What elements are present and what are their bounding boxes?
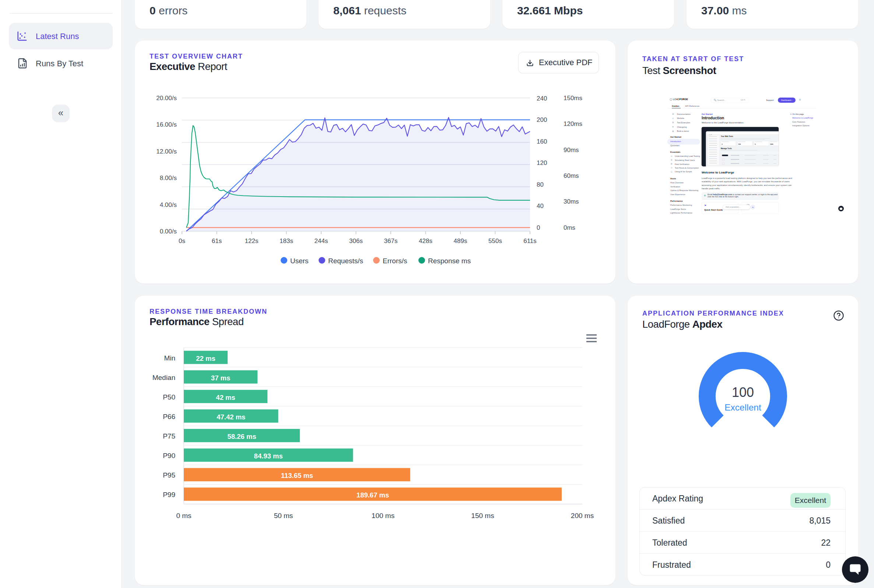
svg-text:Median: Median	[152, 374, 175, 381]
svg-text:200 ms: 200 ms	[571, 512, 594, 519]
svg-text:240: 240	[537, 95, 547, 102]
svg-text:244s: 244s	[315, 237, 328, 244]
svg-text:22 ms: 22 ms	[196, 355, 215, 362]
svg-text:Min: Min	[164, 354, 175, 362]
svg-text:120: 120	[537, 159, 547, 166]
svg-text:306s: 306s	[349, 237, 363, 244]
svg-text:Excellent: Excellent	[724, 402, 761, 412]
svg-text:150 ms: 150 ms	[471, 512, 494, 519]
svg-text:84.93 ms: 84.93 ms	[254, 452, 283, 460]
svg-text:367s: 367s	[384, 237, 398, 244]
svg-text:150ms: 150ms	[563, 94, 582, 102]
svg-text:90ms: 90ms	[563, 147, 579, 153]
svg-text:P66: P66	[163, 413, 175, 420]
svg-text:0: 0	[537, 224, 540, 231]
svg-text:0.00/s: 0.00/s	[160, 228, 177, 235]
svg-text:40: 40	[537, 202, 544, 210]
svg-text:P75: P75	[163, 432, 175, 440]
svg-text:P50: P50	[163, 393, 175, 401]
svg-text:58.26 ms: 58.26 ms	[228, 433, 256, 440]
svg-text:200: 200	[537, 116, 547, 123]
svg-text:189.67 ms: 189.67 ms	[356, 491, 389, 499]
svg-text:P99: P99	[163, 491, 175, 498]
svg-text:61s: 61s	[212, 237, 222, 244]
svg-text:47.42 ms: 47.42 ms	[216, 413, 245, 421]
svg-text:50 ms: 50 ms	[274, 512, 293, 519]
svg-text:Errors/s: Errors/s	[383, 257, 407, 265]
svg-text:428s: 428s	[419, 237, 432, 244]
svg-text:30ms: 30ms	[563, 198, 579, 205]
svg-text:60ms: 60ms	[563, 172, 579, 179]
svg-text:37 ms: 37 ms	[211, 374, 230, 382]
svg-text:8.00/s: 8.00/s	[160, 174, 177, 182]
svg-text:Users: Users	[290, 257, 309, 265]
svg-text:120ms: 120ms	[563, 120, 582, 128]
svg-text:489s: 489s	[454, 237, 467, 244]
svg-text:611s: 611s	[523, 237, 537, 244]
svg-text:42 ms: 42 ms	[216, 394, 235, 401]
svg-text:122s: 122s	[245, 237, 258, 244]
svg-text:16.00/s: 16.00/s	[156, 121, 177, 128]
svg-text:550s: 550s	[488, 237, 502, 244]
svg-text:0 ms: 0 ms	[176, 512, 191, 519]
svg-text:P95: P95	[163, 471, 175, 479]
svg-text:80: 80	[537, 181, 544, 188]
svg-text:12.00/s: 12.00/s	[156, 148, 177, 155]
svg-text:0ms: 0ms	[563, 224, 575, 231]
svg-text:P90: P90	[163, 452, 175, 459]
svg-text:4.00/s: 4.00/s	[160, 201, 177, 208]
svg-text:160: 160	[537, 138, 547, 145]
svg-text:100: 100	[732, 385, 754, 400]
svg-text:Requests/s: Requests/s	[328, 257, 363, 265]
svg-text:20.00/s: 20.00/s	[156, 94, 177, 102]
svg-text:113.65 ms: 113.65 ms	[281, 472, 313, 479]
svg-text:0s: 0s	[179, 237, 185, 244]
svg-text:100 ms: 100 ms	[372, 512, 395, 519]
svg-text:183s: 183s	[279, 237, 293, 244]
svg-text:Response ms: Response ms	[428, 257, 471, 265]
